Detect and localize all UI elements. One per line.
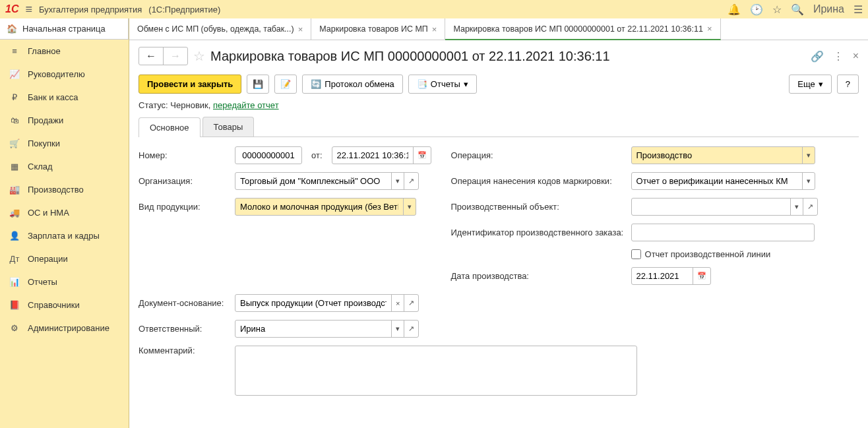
mark-op-label: Операция нанесения кодов маркировки: — [451, 176, 626, 186]
person-icon: 👤 — [9, 231, 20, 241]
open-icon[interactable]: ↗ — [404, 321, 418, 337]
reports-button[interactable]: 📑Отчеты ▾ — [408, 75, 477, 94]
sidebar-item-label: Справочники — [28, 300, 80, 310]
prod-obj-field[interactable] — [632, 199, 790, 215]
sidebar-item-sales[interactable]: 🛍Продажи — [0, 109, 129, 132]
sidebar-item-assets[interactable]: 🚚ОС и НМА — [0, 201, 129, 224]
book-icon: 📕 — [9, 300, 20, 310]
operation-label: Операция: — [451, 150, 626, 160]
button-label: Протокол обмена — [325, 79, 394, 89]
org-label: Организация: — [139, 176, 230, 186]
close-icon[interactable]: × — [707, 24, 712, 34]
settings-bars-icon[interactable]: ☰ — [853, 3, 863, 16]
more-icon[interactable]: ⋮ — [833, 50, 844, 63]
prod-obj-label: Производственный объект: — [451, 202, 626, 212]
date-field[interactable] — [332, 147, 413, 164]
clear-icon[interactable]: × — [391, 295, 404, 311]
responsible-field[interactable] — [235, 321, 391, 337]
factory-icon: 🏭 — [9, 185, 20, 195]
sidebar-item-purchases[interactable]: 🛒Покупки — [0, 132, 129, 155]
search-icon[interactable]: 🔍 — [791, 3, 804, 16]
toolbar: Провести и закрыть 💾 📝 🔄Протокол обмена … — [129, 72, 868, 100]
sidebar-item-label: Продажи — [28, 115, 63, 125]
sidebar-item-operations[interactable]: ДтОперации — [0, 247, 129, 270]
nav-buttons: ← → — [139, 47, 188, 65]
link-icon[interactable]: 🔗 — [811, 50, 824, 63]
line-report-checkbox[interactable] — [631, 249, 641, 259]
inner-tabs: Основное Товары — [139, 117, 859, 137]
logo-1c: 1С — [5, 3, 18, 15]
chevron-down-icon[interactable]: ▾ — [403, 199, 416, 215]
sidebar-item-label: Зарплата и кадры — [28, 231, 100, 241]
chevron-down-icon[interactable]: ▾ — [391, 173, 404, 189]
platform-name: (1С:Предприятие) — [148, 5, 220, 15]
sidebar-item-salary[interactable]: 👤Зарплата и кадры — [0, 224, 129, 247]
mark-op-field[interactable] — [632, 173, 802, 189]
order-id-field[interactable] — [632, 224, 814, 241]
user-name[interactable]: Ирина — [813, 3, 844, 15]
chevron-down-icon[interactable]: ▾ — [790, 199, 803, 215]
protocol-button[interactable]: 🔄Протокол обмена — [302, 75, 403, 94]
main-menu-icon[interactable]: ≡ — [25, 3, 32, 16]
basis-field[interactable] — [235, 295, 391, 311]
calendar-icon[interactable]: 📅 — [693, 268, 710, 284]
chevron-down-icon[interactable]: ▾ — [391, 321, 404, 337]
close-page-icon[interactable]: × — [853, 50, 859, 63]
close-icon[interactable]: × — [432, 24, 437, 34]
titlebar: 1С ≡ Бухгалтерия предприятия (1С:Предпри… — [0, 0, 868, 18]
sidebar-item-admin[interactable]: ⚙Администрирование — [0, 317, 129, 340]
basis-label: Документ-основание: — [139, 298, 230, 308]
tab-exchange[interactable]: Обмен с ИС МП (обувь, одежда, табак...)× — [129, 18, 311, 40]
comment-label: Комментарий: — [139, 346, 230, 355]
tab-marking-doc[interactable]: Маркировка товаров ИС МП 00000000001 от … — [445, 18, 720, 40]
sidebar-item-label: Администрирование — [28, 323, 109, 333]
org-field[interactable] — [235, 173, 391, 189]
page-header: ← → ☆ Маркировка товаров ИС МП 000000000… — [129, 40, 868, 72]
sidebar-item-manager[interactable]: 📈Руководителю — [0, 63, 129, 86]
open-icon[interactable]: ↗ — [404, 173, 418, 189]
sidebar-home[interactable]: 🏠 Начальная страница — [0, 18, 129, 40]
open-icon[interactable]: ↗ — [404, 295, 418, 311]
star-icon[interactable]: ☆ — [193, 48, 205, 64]
sidebar-item-production[interactable]: 🏭Производство — [0, 178, 129, 201]
report-icon: 📑 — [417, 79, 427, 89]
operation-field[interactable] — [632, 147, 802, 164]
product-type-field[interactable] — [235, 199, 403, 215]
calendar-icon[interactable]: 📅 — [413, 147, 431, 164]
prod-date-label: Дата производства: — [451, 271, 626, 281]
favorite-icon[interactable]: ☆ — [772, 3, 782, 16]
chevron-down-icon[interactable]: ▾ — [802, 173, 815, 189]
dtkt-icon: Дт — [9, 254, 20, 264]
prod-date-field[interactable] — [632, 268, 693, 284]
chart-icon: 📈 — [9, 69, 20, 79]
sidebar-item-bank[interactable]: ₽Банк и касса — [0, 86, 129, 109]
tab-label: Маркировка товаров ИС МП 00000000001 от … — [453, 24, 703, 34]
sidebar-item-label: Банк и касса — [28, 92, 78, 102]
nav-forward-button[interactable]: → — [163, 47, 187, 65]
chevron-down-icon[interactable]: ▾ — [802, 147, 815, 164]
post-button[interactable]: 📝 — [274, 75, 297, 94]
status-link[interactable]: передайте отчет — [213, 100, 279, 110]
sidebar-item-reports[interactable]: 📊Отчеты — [0, 270, 129, 293]
sidebar-item-refs[interactable]: 📕Справочники — [0, 293, 129, 317]
tab-marking-list[interactable]: Маркировка товаров ИС МП× — [311, 18, 445, 40]
help-button[interactable]: ? — [837, 75, 859, 94]
more-button[interactable]: Еще ▾ — [789, 75, 831, 94]
sidebar-item-main[interactable]: ≡Главное — [0, 40, 129, 63]
sidebar-item-label: Операции — [28, 254, 68, 264]
sidebar-item-warehouse[interactable]: ▦Склад — [0, 155, 129, 178]
history-icon[interactable]: 🕑 — [750, 3, 763, 16]
line-report-label: Отчет производственной линии — [645, 249, 771, 259]
close-icon[interactable]: × — [298, 24, 303, 34]
post-close-button[interactable]: Провести и закрыть — [139, 75, 241, 94]
comment-field[interactable] — [235, 346, 637, 396]
inner-tab-goods[interactable]: Товары — [202, 117, 255, 137]
bell-icon[interactable]: 🔔 — [728, 3, 741, 16]
open-icon[interactable]: ↗ — [803, 199, 817, 215]
number-field[interactable] — [235, 147, 301, 164]
sidebar-item-label: ОС и НМА — [28, 208, 69, 218]
nav-back-button[interactable]: ← — [139, 47, 163, 65]
save-button[interactable]: 💾 — [247, 75, 269, 94]
from-label: от: — [307, 150, 326, 160]
inner-tab-main[interactable]: Основное — [139, 117, 201, 137]
